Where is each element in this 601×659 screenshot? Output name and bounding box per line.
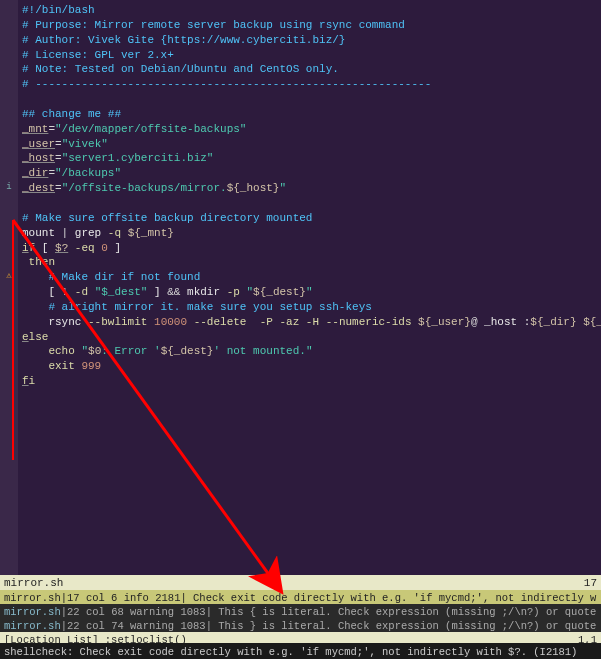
code-line[interactable]: _dest="/offsite-backups/mirror.${_host}" [22,181,597,196]
code-line[interactable]: # Author: Vivek Gite {https://www.cyberc… [22,33,597,48]
code-line[interactable]: then [22,255,597,270]
code-line[interactable]: _user="vivek" [22,137,597,152]
diagnostic-line[interactable]: mirror.sh|22 col 74 warning 1083| This }… [0,618,601,632]
gutter-line [0,107,18,122]
code-line[interactable] [22,92,597,107]
gutter-line [0,315,18,330]
gutter: i⚠ [0,0,18,575]
gutter-line [0,211,18,226]
code-line[interactable]: mount | grep -q ${_mnt} [22,226,597,241]
code-line[interactable]: #!/bin/bash [22,3,597,18]
gutter-line [0,537,18,552]
code-line[interactable]: _mnt="/dev/mapper/offsite-backups" [22,122,597,137]
code-line[interactable]: else [22,330,597,345]
diagnostic-line[interactable]: mirror.sh|17 col 6 info 2181| Check exit… [0,590,601,604]
gutter-line [0,166,18,181]
gutter-line [0,33,18,48]
gutter-line [0,3,18,18]
gutter-line [0,463,18,478]
code-line[interactable]: rsync --bwlimit 10000 --delete -P -az -H… [22,315,597,330]
code-line[interactable]: # Note: Tested on Debian/Ubuntu and Cent… [22,62,597,77]
gutter-line [0,508,18,523]
gutter-line [0,241,18,256]
gutter-line [0,300,18,315]
gutter-line [0,137,18,152]
gutter-line [0,493,18,508]
gutter-line [0,285,18,300]
gutter-line [0,255,18,270]
gutter-line [0,77,18,92]
diagnostic-line[interactable]: mirror.sh|22 col 68 warning 1083| This {… [0,604,601,618]
location-list-panel[interactable]: mirror.sh|17 col 6 info 2181| Check exit… [0,590,601,646]
status-lineno: 17 [584,576,597,589]
gutter-line [0,478,18,493]
code-line[interactable]: echo "$0: Error '${_dest}' not mounted." [22,344,597,359]
gutter-line [0,448,18,463]
gutter-line [0,552,18,567]
gutter-line [0,196,18,211]
gutter-line [0,226,18,241]
code-line[interactable]: # License: GPL ver 2.x+ [22,48,597,63]
code-line[interactable]: if [ $? -eq 0 ] [22,241,597,256]
code-line[interactable]: # Purpose: Mirror remote server backup u… [22,18,597,33]
gutter-line [0,122,18,137]
gutter-line: i [0,181,18,196]
code-line[interactable]: _dir="/backups" [22,166,597,181]
code-area[interactable]: #!/bin/bash# Purpose: Mirror remote serv… [18,0,601,575]
code-line[interactable]: fi [22,374,597,389]
status-bar: mirror.sh 17 [0,575,601,590]
gutter-line [0,18,18,33]
code-line[interactable] [22,196,597,211]
gutter-line [0,48,18,63]
code-line[interactable]: # Make dir if not found [22,270,597,285]
gutter-line [0,419,18,434]
gutter-line [0,433,18,448]
gutter-line [0,151,18,166]
gutter-line [0,523,18,538]
command-line: shellcheck: Check exit code directly wit… [0,643,601,659]
code-line[interactable]: # Make sure offsite backup directory mou… [22,211,597,226]
status-filename: mirror.sh [4,576,63,589]
code-line[interactable]: [ ! -d "$_dest" ] && mkdir -p "${_dest}" [22,285,597,300]
gutter-line: ⚠ [0,270,18,285]
gutter-line [0,389,18,404]
gutter-line [0,374,18,389]
code-line[interactable]: _host="server1.cyberciti.biz" [22,151,597,166]
code-line[interactable]: # --------------------------------------… [22,77,597,92]
gutter-line [0,404,18,419]
gutter-line [0,330,18,345]
gutter-line [0,344,18,359]
code-line[interactable]: ## change me ## [22,107,597,122]
gutter-line [0,92,18,107]
code-line[interactable]: # alright mirror it. make sure you setup… [22,300,597,315]
gutter-line [0,359,18,374]
editor-pane[interactable]: i⚠ #!/bin/bash# Purpose: Mirror remote s… [0,0,601,575]
gutter-line [0,62,18,77]
code-line[interactable]: exit 999 [22,359,597,374]
